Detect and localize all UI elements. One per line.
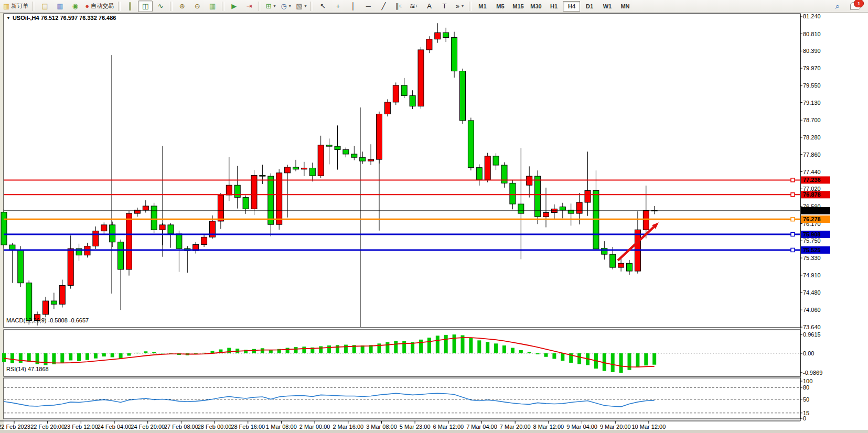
candle-body: [43, 301, 49, 315]
macd-histogram-bar: [85, 353, 89, 360]
candle-body: [110, 225, 115, 242]
svg-text:22 Feb 2023: 22 Feb 2023: [0, 424, 30, 430]
chevron-down-icon[interactable]: ▾: [289, 4, 291, 8]
fibonacci-icon: ≋: [410, 3, 415, 9]
zoom-out-button[interactable]: ⊖: [190, 1, 205, 12]
svg-text:100: 100: [803, 378, 812, 384]
svg-text:74.910: 74.910: [803, 272, 821, 278]
templates-button[interactable]: ▧▾: [294, 1, 308, 12]
new-order-button[interactable]: ▥新订单: [1, 1, 30, 12]
timeframe-button-h4[interactable]: H4: [563, 1, 580, 12]
zoom-in-button[interactable]: ⊕: [175, 1, 189, 12]
market-watch-icon-button[interactable]: ▤: [37, 1, 52, 12]
text-label-button[interactable]: T: [437, 1, 452, 12]
new-order-icon: ▥: [3, 3, 9, 9]
svg-text:74.480: 74.480: [803, 289, 821, 296]
macd-histogram-bar: [60, 353, 64, 363]
candle-body: [401, 85, 407, 96]
navigator-icon-button[interactable]: ◉: [68, 1, 82, 12]
candle-body: [101, 225, 107, 231]
navigator-icon-icon: ◉: [72, 3, 78, 9]
macd-histogram-bar: [486, 342, 489, 353]
timeframe-button-w1[interactable]: W1: [598, 1, 616, 12]
svg-text:50: 50: [803, 396, 809, 403]
line-chart-button[interactable]: ∿: [153, 1, 168, 12]
timeframe-button-d1[interactable]: D1: [581, 1, 598, 12]
candle-body: [510, 183, 516, 204]
macd-histogram-bar: [286, 348, 290, 353]
macd-histogram-bar: [160, 353, 164, 353]
svg-text:0.9615: 0.9615: [803, 331, 821, 338]
macd-histogram-bar: [577, 353, 581, 364]
chevron-down-icon[interactable]: ▾: [462, 4, 464, 8]
timeframe-button-m1[interactable]: M1: [474, 1, 491, 12]
toolbar-separator: [118, 2, 121, 11]
periods-icon: ◷: [281, 3, 286, 9]
svg-text:0.00: 0.00: [803, 350, 814, 356]
equidistant-channel-icon: ∥: [395, 3, 399, 9]
data-window-icon-button[interactable]: ▦: [52, 1, 67, 12]
autotrading-button[interactable]: ●自动交易: [83, 1, 116, 12]
bar-chart-button[interactable]: ║: [123, 1, 137, 12]
timeframe-button-mn[interactable]: MN: [616, 1, 634, 12]
candle-body: [435, 33, 441, 39]
main-toolbar: ▥新订单▤▦◉●自动交易║◫∿⊕⊖▦▶⇥⊞▾◷▾▧▾↖+│─╱∥E≋FAT»▾M…: [0, 0, 868, 13]
candle-body: [309, 168, 315, 176]
chart-canvas[interactable]: 81.24080.81080.39079.97079.55079.13078.7…: [0, 13, 868, 433]
equidistant-channel-button[interactable]: ∥E: [391, 1, 406, 12]
fibonacci-button[interactable]: ≋F: [406, 1, 421, 12]
timeframe-button-m5[interactable]: M5: [491, 1, 509, 12]
macd-histogram-bar: [127, 353, 131, 355]
search-button[interactable]: ⌕: [830, 1, 845, 12]
vertical-line-button[interactable]: │: [346, 1, 360, 12]
svg-text:76.878: 76.878: [803, 191, 821, 198]
crosshair-button[interactable]: +: [330, 1, 345, 12]
zoom-in-icon: ⊕: [179, 3, 185, 9]
arrows-button[interactable]: »▾: [452, 1, 467, 12]
macd-histogram-bar: [152, 352, 156, 353]
macd-histogram-bar: [552, 353, 556, 359]
svg-text:77.236: 77.236: [803, 177, 821, 183]
indicators-button[interactable]: ⊞▾: [263, 1, 278, 12]
macd-histogram-bar: [477, 340, 481, 353]
hline-handle[interactable]: [791, 178, 795, 182]
hline-handle[interactable]: [791, 233, 795, 236]
autotrading-icon: ●: [85, 3, 89, 9]
candle-body: [585, 190, 591, 202]
text-button[interactable]: A: [422, 1, 436, 12]
chevron-down-icon[interactable]: ▼: [6, 16, 10, 20]
horizontal-line-button[interactable]: ─: [361, 1, 376, 12]
timeframe-button-h1[interactable]: H1: [545, 1, 562, 12]
auto-scroll-button[interactable]: ▶: [227, 1, 241, 12]
candlestick-chart-button[interactable]: ◫: [138, 1, 153, 12]
candle-body: [610, 254, 616, 267]
hline-handle[interactable]: [791, 248, 795, 252]
notifications-button[interactable]: 1: [848, 1, 863, 12]
rsi-indicator-label: RSI(14) 47.1868: [6, 366, 49, 372]
svg-text:79.130: 79.130: [803, 100, 821, 106]
macd-histogram-bar: [511, 348, 515, 353]
candle-body: [360, 157, 366, 161]
candle-body: [343, 149, 349, 154]
timeframe-button-m30[interactable]: M30: [527, 1, 544, 12]
svg-text:22 Feb 20:00: 22 Feb 20:00: [30, 424, 65, 430]
macd-indicator-label: MACD(12,26,9) -0.5808 -0.6657: [6, 317, 89, 323]
macd-histogram-bar: [444, 335, 448, 353]
macd-histogram-bar: [611, 353, 615, 372]
candle-body: [493, 156, 499, 165]
chevron-down-icon[interactable]: ▾: [304, 4, 306, 8]
chart-window: 81.24080.81080.39079.97079.55079.13078.7…: [0, 13, 868, 433]
trendline-button[interactable]: ╱: [376, 1, 391, 12]
chart-shift-button[interactable]: ⇥: [242, 1, 256, 12]
hline-handle[interactable]: [791, 218, 795, 221]
candle-body: [234, 185, 240, 197]
cursor-button[interactable]: ↖: [315, 1, 330, 12]
tile-windows-button[interactable]: ▦: [205, 1, 220, 12]
main-chart-panel[interactable]: [4, 14, 800, 328]
candle-body: [243, 198, 249, 209]
periods-button[interactable]: ◷▾: [278, 1, 293, 12]
chevron-down-icon[interactable]: ▾: [274, 4, 276, 8]
trendline-icon: ╱: [382, 3, 386, 9]
hline-handle[interactable]: [791, 193, 795, 197]
timeframe-button-m15[interactable]: M15: [509, 1, 527, 12]
